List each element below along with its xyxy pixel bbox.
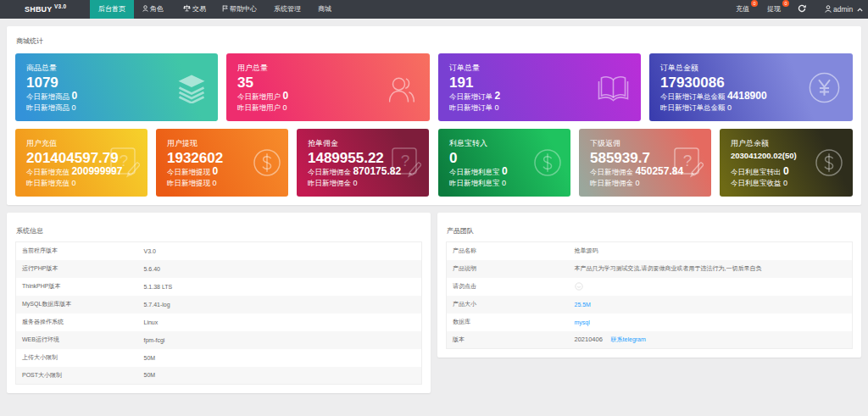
svg-text:?: ? [120,152,129,169]
svg-text:?: ? [401,152,410,169]
svg-text:?: ? [683,152,693,169]
